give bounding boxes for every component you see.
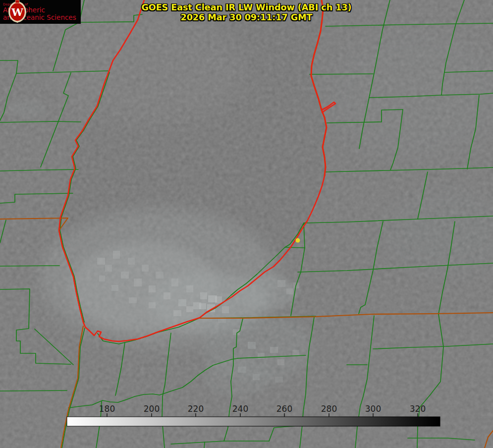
colorbar-tick-label: 220 <box>188 404 204 414</box>
satellite-map-viewport: 180 200 220 240 260 280 300 320 W Depart… <box>0 0 493 448</box>
colorbar-tick-label: 180 <box>99 404 115 414</box>
location-marker-dot <box>296 238 300 243</box>
colorbar-tick-label: 240 <box>232 404 248 414</box>
colorbar-tick-label: 200 <box>144 404 160 414</box>
uw-aos-logo: W Department of Atmospheric and Oceanic … <box>0 0 81 24</box>
colorbar-tick-label: 320 <box>410 404 426 414</box>
sensor-noise-overlay <box>0 0 493 448</box>
colorbar-tick-label: 280 <box>321 404 337 414</box>
colorbar-tick-label: 260 <box>276 404 292 414</box>
colorbar-tick-label: 300 <box>365 404 381 414</box>
colorbar-gradient-bar <box>67 417 440 426</box>
svg-text:W: W <box>11 6 23 18</box>
uw-crest-icon: W <box>7 0 28 23</box>
satellite-map-canvas: 180 200 220 240 260 280 300 320 <box>0 0 493 448</box>
